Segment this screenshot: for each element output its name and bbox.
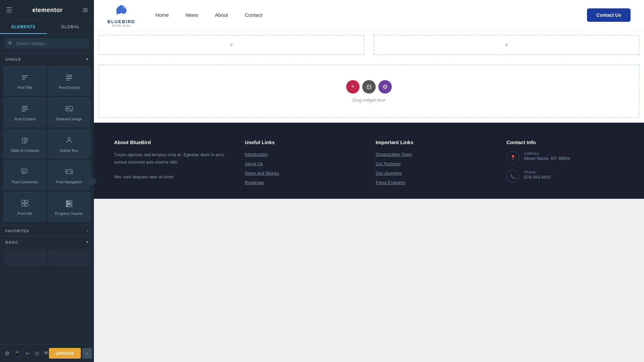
featured-image-icon: [65, 105, 73, 114]
footer-about-col: About BlueBird Turpis egestas sed tempus…: [114, 139, 231, 189]
address-icon: 📍: [506, 151, 519, 164]
tab-global[interactable]: GLOBAL: [47, 20, 94, 34]
nav-news[interactable]: News: [185, 12, 198, 18]
svg-rect-5: [66, 78, 72, 79]
svg-rect-27: [25, 200, 28, 203]
drag-settings-button[interactable]: ⚙: [378, 80, 392, 94]
top-row: + +: [94, 30, 644, 60]
preview-icon[interactable]: ⊙: [35, 350, 39, 357]
drag-area: + ⊟ ⚙ Drag widget here: [94, 60, 644, 123]
widget-post-info[interactable]: Post Info: [3, 192, 46, 222]
basic-grid-preview: [0, 248, 94, 268]
svg-rect-0: [22, 75, 28, 76]
svg-rect-33: [66, 203, 71, 204]
footer-link-press: Press Enquires: [376, 179, 493, 185]
widget-post-excerpt[interactable]: Post Excerpt: [48, 66, 91, 96]
svg-rect-24: [23, 172, 24, 172]
undo-icon[interactable]: ↩: [25, 350, 30, 357]
single-section-header[interactable]: SINGLE ▾: [0, 53, 94, 64]
footer-link-org-team-anchor[interactable]: Organization Team: [376, 152, 412, 157]
footer-link-about-us: About Us: [245, 161, 362, 167]
footer-link-org-team: Organization Team: [376, 151, 493, 157]
footer-link-partners-anchor[interactable]: Our Partners: [376, 161, 400, 166]
widget-featured-image[interactable]: Featured Image: [48, 97, 91, 127]
contact-us-button[interactable]: Contact Us: [587, 8, 631, 22]
footer-phone-text: Phone: 578-393-4937: [524, 170, 551, 180]
svg-rect-20: [24, 143, 26, 143]
footer-link-news: News and Stories: [245, 170, 362, 176]
widget-post-navigation[interactable]: Post Navigation: [48, 160, 91, 190]
panel-collapse-arrow[interactable]: ‹: [89, 177, 96, 185]
footer-link-introduction: Introduction: [245, 151, 362, 157]
update-plus-button[interactable]: +: [82, 348, 92, 359]
single-section-arrow: ▾: [86, 57, 89, 62]
nav-contact[interactable]: Contact: [245, 12, 262, 18]
widget-post-title[interactable]: Post Title: [3, 66, 46, 96]
footer-link-roadmap-anchor[interactable]: Roadmap: [245, 180, 264, 185]
col-left-plus[interactable]: +: [229, 41, 233, 49]
footer-link-about-us-anchor[interactable]: About Us: [245, 161, 263, 166]
footer-useful-links: Introduction About Us News and Stories R…: [245, 151, 362, 185]
post-content-icon: [21, 105, 29, 114]
widget-post-comments[interactable]: Post Comments: [3, 160, 46, 190]
footer-contact-col: Contact Info 📍 Address: Street Name, NY …: [506, 139, 624, 189]
svg-rect-23: [23, 171, 25, 171]
grid-icon[interactable]: ⊞: [83, 6, 88, 14]
footer-important-links: Organization Team Our Partners Our Journ…: [376, 151, 493, 185]
drag-move-button[interactable]: ⊟: [362, 80, 376, 94]
hamburger-icon[interactable]: ☰: [6, 6, 12, 14]
settings-icon[interactable]: ⚙: [5, 350, 9, 357]
nav-about[interactable]: About: [215, 12, 228, 18]
post-comments-label: Post Comments: [12, 180, 38, 184]
drag-add-button[interactable]: +: [346, 80, 360, 94]
post-title-label: Post Title: [17, 85, 32, 90]
nav-links: Home News About Contact: [155, 12, 587, 18]
widget-post-content[interactable]: Post Content: [3, 97, 46, 127]
update-button[interactable]: UPDATE: [49, 348, 81, 359]
widget-table-of-contents[interactable]: Table of Contents: [3, 129, 46, 159]
footer: About BlueBird Turpis egestas sed tempus…: [94, 123, 644, 199]
drag-label: Drag widget here: [353, 98, 386, 103]
col-right-plus[interactable]: +: [504, 41, 508, 49]
author-box-label: Author Box: [60, 148, 78, 153]
search-bar: [0, 34, 94, 53]
top-col-left[interactable]: +: [99, 35, 364, 55]
single-section-label: SINGLE: [5, 57, 21, 61]
basic-label: BASIC: [5, 240, 18, 244]
canvas: + + + ⊟ ⚙ Drag widget here About B: [94, 30, 644, 362]
svg-rect-6: [66, 80, 70, 80]
footer-link-press-anchor[interactable]: Press Enquires: [376, 180, 405, 185]
basic-section-header[interactable]: BASIC ▾: [0, 236, 94, 248]
footer-address-text: Address: Street Name, NY 38954: [524, 151, 570, 161]
svg-point-21: [68, 137, 70, 140]
progress-tracker-label: Progress Tracker: [55, 211, 83, 216]
panel-content: SINGLE ▾ Post Title: [0, 53, 94, 362]
widget-progress-tracker[interactable]: Progress Tracker: [48, 192, 91, 222]
top-col-right[interactable]: +: [374, 35, 639, 55]
footer-important-links-title: Important Links: [376, 139, 493, 145]
svg-rect-10: [22, 111, 25, 112]
favorites-arrow: ›: [87, 229, 89, 233]
responsive-icon[interactable]: 📱: [14, 350, 21, 357]
footer-link-journeys-anchor[interactable]: Our Journeys: [376, 171, 402, 176]
eye-icon[interactable]: 👁: [44, 350, 49, 356]
svg-rect-7: [22, 106, 28, 107]
footer-link-partners: Our Partners: [376, 161, 493, 167]
drag-inner[interactable]: + ⊟ ⚙ Drag widget here: [99, 64, 639, 118]
post-info-label: Post Info: [17, 211, 32, 216]
bottom-right-buttons: UPDATE +: [49, 348, 92, 359]
footer-useful-links-col: Useful Links Introduction About Us News …: [245, 139, 362, 189]
svg-rect-19: [22, 143, 23, 143]
widget-author-box[interactable]: Author Box: [48, 129, 91, 159]
tab-elements[interactable]: ELEMENTS: [0, 20, 47, 34]
favorites-section-header[interactable]: FAVORITES ›: [0, 225, 94, 236]
footer-link-news-anchor[interactable]: News and Stories: [245, 171, 279, 176]
footer-useful-links-title: Useful Links: [245, 139, 362, 145]
search-input[interactable]: [5, 38, 89, 49]
post-excerpt-label: Post Excerpt: [59, 85, 79, 90]
footer-link-introduction-anchor[interactable]: Introduction: [245, 152, 268, 157]
favorites-label: FAVORITES: [5, 229, 29, 233]
author-box-icon: [65, 136, 73, 145]
footer-address-item: 📍 Address: Street Name, NY 38954: [506, 151, 624, 164]
nav-home[interactable]: Home: [155, 12, 169, 18]
